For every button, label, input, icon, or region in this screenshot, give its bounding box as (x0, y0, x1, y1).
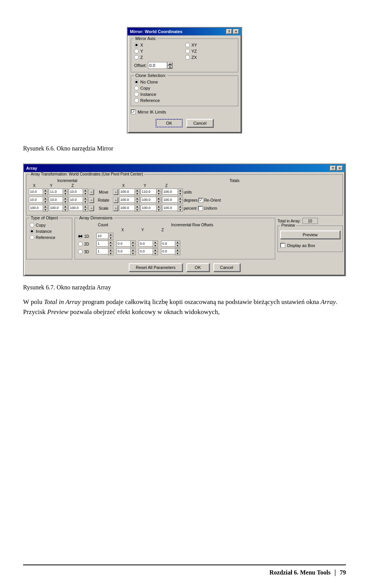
dim-3d-y-dn[interactable]: ▼ (153, 252, 158, 255)
clone-instance-radio[interactable]: Instance (134, 92, 235, 97)
dim-1d-count-input[interactable] (96, 233, 108, 239)
scl-inc-x-spin[interactable]: ▲ ▼ (29, 205, 48, 212)
scl-nav-left[interactable]: < (89, 205, 94, 211)
scl-inc-y-input[interactable] (49, 205, 63, 211)
close-button[interactable]: × (233, 29, 239, 34)
display-as-box-checkbox[interactable] (280, 243, 285, 248)
rot-inc-y-input[interactable] (49, 197, 63, 203)
move-tot-z-dn[interactable]: ▼ (178, 192, 183, 195)
reset-button[interactable]: Reset All Parameters (129, 263, 182, 272)
move-inc-z-spin[interactable]: ▲ ▼ (69, 189, 88, 195)
rot-inc-x-up[interactable]: ▲ (43, 197, 48, 200)
rot-tot-x-up[interactable]: ▲ (135, 197, 140, 200)
rot-tot-x-dn[interactable]: ▼ (135, 200, 140, 203)
dim-2d-count-spin[interactable]: ▲ ▼ (96, 241, 113, 247)
dim-3d-x-dn[interactable]: ▼ (131, 252, 135, 255)
dim-1d-radio[interactable] (78, 234, 83, 239)
dim-2d-y-input[interactable] (139, 241, 153, 247)
rot-inc-z-input[interactable] (69, 197, 83, 203)
move-tot-z-input[interactable] (162, 189, 178, 195)
rot-inc-y-dn[interactable]: ▼ (63, 200, 68, 203)
move-tot-z-up[interactable]: ▲ (178, 189, 183, 192)
scl-inc-y-dn[interactable]: ▼ (63, 208, 68, 211)
offset-down-btn[interactable]: ▼ (167, 65, 173, 69)
dim-2d-y-spin[interactable]: ▲ ▼ (139, 241, 158, 247)
offset-spin-input[interactable]: ▲ ▼ (148, 62, 173, 69)
move-tot-y-dn[interactable]: ▼ (156, 192, 161, 195)
scl-tot-z-up[interactable]: ▲ (178, 205, 183, 208)
scl-tot-y-dn[interactable]: ▼ (156, 208, 161, 211)
move-tot-x-up[interactable]: ▲ (135, 189, 140, 192)
scl-inc-x-dn[interactable]: ▼ (43, 208, 48, 211)
dim-2d-z-spin[interactable]: ▲ ▼ (161, 241, 180, 247)
scl-inc-x-input[interactable] (29, 205, 43, 211)
dim-1d-count-up[interactable]: ▲ (108, 233, 113, 236)
scl-tot-x-dn[interactable]: ▼ (135, 208, 140, 211)
dim-3d-y-spin[interactable]: ▲ ▼ (139, 248, 158, 255)
rot-tot-z-spin[interactable]: ▲ ▼ (162, 197, 183, 204)
dim-2d-count-input[interactable] (96, 241, 108, 247)
scl-inc-z-spin[interactable]: ▲ ▼ (69, 205, 88, 212)
dim-3d-y-up[interactable]: ▲ (153, 249, 158, 252)
dim-3d-z-input[interactable] (161, 248, 175, 254)
dim-3d-count-up[interactable]: ▲ (108, 249, 113, 252)
move-inc-z-up[interactable]: ▲ (83, 189, 88, 192)
move-tot-y-up[interactable]: ▲ (156, 189, 161, 192)
dim-2d-x-up[interactable]: ▲ (131, 241, 135, 244)
rot-tot-y-input[interactable] (141, 197, 156, 203)
dim-2d-x-dn[interactable]: ▼ (131, 244, 135, 247)
move-inc-y-input[interactable] (49, 189, 63, 195)
move-tot-z-spin[interactable]: ▲ ▼ (162, 189, 183, 195)
dim-1d-count-dn[interactable]: ▼ (108, 236, 113, 239)
array-cancel-button[interactable]: Cancel (213, 263, 240, 272)
scl-tot-z-spin[interactable]: ▲ ▼ (162, 205, 183, 212)
dim-3d-x-input[interactable] (116, 248, 130, 254)
move-tot-y-input[interactable] (141, 189, 156, 195)
dim-2d-z-input[interactable] (161, 241, 175, 247)
axis-xy-radio[interactable]: XY (185, 43, 235, 47)
dim-3d-z-dn[interactable]: ▼ (175, 252, 180, 255)
rot-inc-x-input[interactable] (29, 197, 43, 203)
dim-3d-z-up[interactable]: ▲ (175, 249, 180, 252)
dim-3d-x-spin[interactable]: ▲ ▼ (116, 248, 136, 255)
dim-2d-count-up[interactable]: ▲ (108, 241, 113, 244)
move-inc-y-up[interactable]: ▲ (63, 189, 68, 192)
help-button[interactable]: ? (226, 29, 232, 34)
rot-tot-y-dn[interactable]: ▼ (156, 200, 161, 203)
move-inc-x-up[interactable]: ▲ (43, 189, 48, 192)
move-nav-left[interactable]: < (89, 189, 94, 195)
rot-tot-y-up[interactable]: ▲ (156, 197, 161, 200)
dim-2d-x-input[interactable] (116, 241, 130, 247)
preview-button[interactable]: Preview (280, 231, 340, 239)
dim-3d-x-up[interactable]: ▲ (131, 249, 135, 252)
rot-tot-y-spin[interactable]: ▲ ▼ (141, 197, 161, 204)
rot-inc-z-spin[interactable]: ▲ ▼ (69, 197, 88, 204)
dim-2d-count-dn[interactable]: ▼ (108, 244, 113, 247)
scl-inc-z-dn[interactable]: ▼ (83, 208, 88, 211)
array-help-button[interactable]: ? (330, 165, 336, 171)
move-tot-x-input[interactable] (119, 189, 135, 195)
array-ok-button[interactable]: OK (186, 263, 209, 272)
move-inc-x-dn[interactable]: ▼ (43, 192, 48, 195)
dim-2d-z-up[interactable]: ▲ (175, 241, 180, 244)
move-inc-z-dn[interactable]: ▼ (83, 192, 88, 195)
scl-inc-z-input[interactable] (69, 205, 83, 211)
rot-inc-y-up[interactable]: ▲ (63, 197, 68, 200)
scl-tot-x-spin[interactable]: ▲ ▼ (119, 205, 140, 212)
axis-y-radio[interactable]: Y (134, 49, 184, 53)
scl-inc-z-up[interactable]: ▲ (83, 205, 88, 208)
move-inc-x-spin[interactable]: ▲ ▼ (29, 189, 48, 195)
move-tot-y-spin[interactable]: ▲ ▼ (141, 189, 161, 195)
dim-3d-radio[interactable] (78, 249, 83, 254)
dim-2d-radio[interactable] (78, 242, 83, 246)
type-reference-radio[interactable]: Reference (30, 235, 69, 240)
rot-nav-left[interactable]: < (89, 197, 94, 203)
reorient-checkbox[interactable]: ✓ (198, 198, 203, 203)
dim-1d-count-spin[interactable]: ▲ ▼ (96, 233, 113, 240)
scl-nav-right[interactable]: > (113, 205, 118, 211)
scl-inc-y-up[interactable]: ▲ (63, 205, 68, 208)
scl-inc-x-up[interactable]: ▲ (43, 205, 48, 208)
rot-tot-x-spin[interactable]: ▲ ▼ (119, 197, 140, 204)
move-inc-x-input[interactable] (29, 189, 43, 195)
rot-nav-right[interactable]: > (113, 197, 118, 203)
